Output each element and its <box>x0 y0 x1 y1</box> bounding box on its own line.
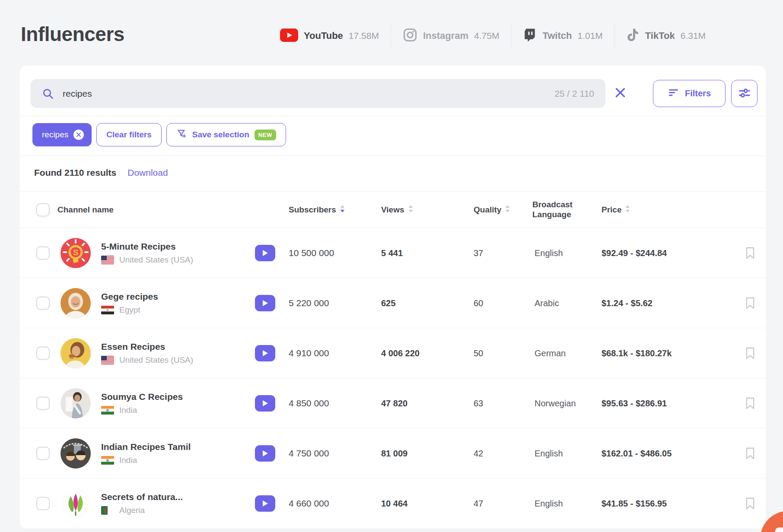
filter-lines-icon <box>668 87 679 101</box>
table-header: Channel name Subscribers Views Quality B… <box>20 191 766 228</box>
channel-name[interactable]: Secrets of natura... <box>101 492 183 502</box>
price-value: $1.24 - $5.62 <box>602 298 652 308</box>
tab-youtube[interactable]: YouTube 17.58M <box>280 28 379 44</box>
bookmark-icon[interactable] <box>745 497 755 510</box>
table-row[interactable]: Gege recipes Egypt 5 220 000 625 60 Arab… <box>20 278 766 328</box>
platform-count: 4.75M <box>474 31 499 41</box>
row-checkbox[interactable] <box>36 296 50 310</box>
column-header-quality[interactable]: Quality <box>474 205 510 215</box>
country-label: Algeria <box>119 506 145 515</box>
row-checkbox[interactable] <box>36 246 50 260</box>
select-all-checkbox[interactable] <box>36 203 50 216</box>
country-label: India <box>119 405 137 415</box>
flag-usa-icon <box>101 256 114 264</box>
table-row[interactable]: Essen Recipes United States (USA) 4 910 … <box>20 328 766 378</box>
channel-name[interactable]: Gege recipes <box>101 291 158 302</box>
quality-value: 63 <box>474 398 483 408</box>
platform-count: 17.58M <box>349 31 379 41</box>
channel-name[interactable]: Indian Recipes Tamil <box>101 442 191 452</box>
sort-icon <box>340 205 345 215</box>
youtube-play-button[interactable] <box>255 245 275 261</box>
column-header-subscribers[interactable]: Subscribers <box>289 205 345 215</box>
views-value: 4 006 220 <box>381 348 420 358</box>
results-card: 25 / 2 110 Filters recipes <box>20 66 766 529</box>
youtube-play-button[interactable] <box>255 495 275 512</box>
avatar <box>60 338 91 368</box>
filter-chip-recipes[interactable]: recipes <box>32 123 92 146</box>
search-result-counter: 25 / 2 110 <box>554 89 594 99</box>
instagram-icon <box>403 28 417 44</box>
bookmark-icon[interactable] <box>745 247 755 260</box>
divider <box>20 155 766 156</box>
channel-country: United States (USA) <box>101 255 193 265</box>
table-row[interactable]: Indian Recipes Tamil India 4 750 000 81 … <box>20 428 766 478</box>
avatar <box>60 388 91 418</box>
results-bar: Found 2110 results Download <box>34 168 168 178</box>
influencers-page: Influencers YouTube 17.58M Instagram 4.7… <box>0 0 783 532</box>
channel-country: India <box>101 405 183 415</box>
platform-count: 1.01M <box>577 31 602 41</box>
flag-egypt-icon <box>101 306 114 314</box>
price-value: $41.85 - $156.95 <box>602 499 667 509</box>
platform-count: 6.31M <box>681 31 706 41</box>
search-icon <box>42 88 54 100</box>
row-checkbox[interactable] <box>36 497 50 510</box>
tab-twitch[interactable]: Twitch 1.01M <box>523 28 602 44</box>
new-badge: NEW <box>255 130 276 140</box>
quality-value: 47 <box>474 499 483 509</box>
svg-text:S: S <box>73 248 79 257</box>
active-filters-bar: recipes Clear filters Save selection NEW <box>32 123 286 146</box>
table-row[interactable]: Soumya C Recipes India 4 850 000 47 820 … <box>20 378 766 428</box>
youtube-play-button[interactable] <box>255 395 275 412</box>
tab-tiktok[interactable]: TikTok 6.31M <box>627 28 706 44</box>
youtube-play-button[interactable] <box>255 345 275 361</box>
clear-filters-button[interactable]: Clear filters <box>96 123 162 146</box>
bookmark-icon[interactable] <box>745 347 755 360</box>
price-value: $162.01 - $486.05 <box>602 448 672 458</box>
platform-label: Instagram <box>423 30 468 41</box>
download-link[interactable]: Download <box>127 168 168 178</box>
chat-bubble-icon <box>770 522 783 532</box>
row-checkbox[interactable] <box>36 446 50 460</box>
column-label: Subscribers <box>289 205 336 215</box>
column-header-price[interactable]: Price <box>602 205 630 215</box>
flag-india-icon <box>101 406 114 415</box>
filter-chip-label: recipes <box>42 130 68 139</box>
country-label: Egypt <box>119 305 140 315</box>
table-body: S 5-Minute Recipes United States (USA) 1… <box>20 228 766 529</box>
language-value: German <box>535 348 566 358</box>
channel-name[interactable]: Essen Recipes <box>101 342 193 352</box>
sort-icon <box>505 205 510 215</box>
channel-country: Algeria <box>101 506 183 515</box>
clear-search-button[interactable] <box>613 86 627 101</box>
avatar <box>60 488 91 519</box>
channel-name[interactable]: Soumya C Recipes <box>101 392 183 402</box>
twitch-icon <box>523 28 537 44</box>
flag-usa-icon <box>101 356 114 364</box>
quality-value: 37 <box>474 248 483 258</box>
channel-country: India <box>101 456 191 465</box>
column-header-views[interactable]: Views <box>381 205 413 215</box>
advanced-settings-button[interactable] <box>731 80 758 107</box>
search-input[interactable] <box>63 89 554 99</box>
save-selection-button[interactable]: Save selection NEW <box>166 123 286 146</box>
table-row[interactable]: Secrets of natura... Algeria 4 660 000 1… <box>20 478 766 529</box>
quality-value: 50 <box>474 348 483 358</box>
youtube-play-button[interactable] <box>255 295 275 311</box>
bookmark-icon[interactable] <box>745 447 755 460</box>
youtube-play-button[interactable] <box>255 445 275 462</box>
column-header-channel: Channel name <box>57 205 114 215</box>
table-row[interactable]: S 5-Minute Recipes United States (USA) 1… <box>20 228 766 278</box>
flag-india-icon <box>101 456 114 465</box>
row-checkbox[interactable] <box>36 396 50 410</box>
filters-button[interactable]: Filters <box>653 80 726 107</box>
row-checkbox[interactable] <box>36 346 50 360</box>
bookmark-icon[interactable] <box>745 397 755 410</box>
tab-instagram[interactable]: Instagram 4.75M <box>403 28 500 44</box>
bookmark-icon[interactable] <box>745 297 755 310</box>
sort-icon <box>625 205 630 215</box>
divider <box>614 23 615 48</box>
channel-name[interactable]: 5-Minute Recipes <box>101 241 193 252</box>
platform-tabs: YouTube 17.58M Instagram 4.75M Twitch 1.… <box>280 21 706 51</box>
remove-filter-icon[interactable] <box>73 130 84 140</box>
